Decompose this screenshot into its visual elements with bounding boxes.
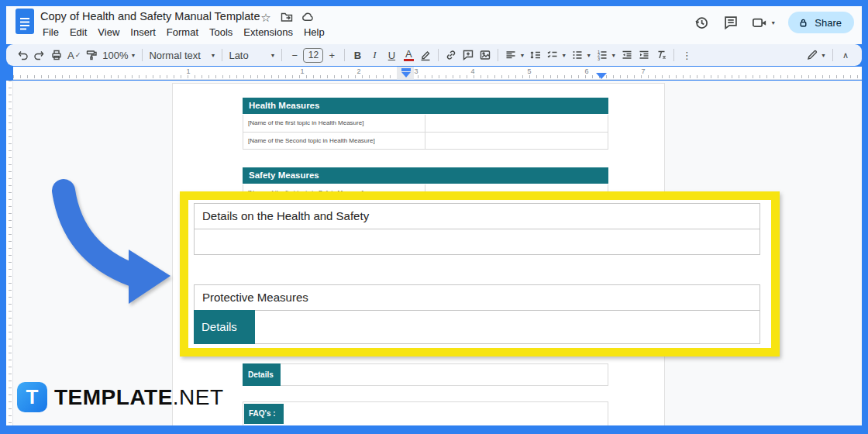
screenshot-frame xyxy=(0,0,6,434)
google-docs-logo-icon[interactable] xyxy=(16,9,34,34)
screenshot-frame xyxy=(0,0,868,6)
font-size-input[interactable]: 12 xyxy=(303,48,323,63)
star-icon[interactable]: ☆ xyxy=(259,10,273,24)
toolbar-separator xyxy=(222,49,222,61)
font-select[interactable]: Lato ▼ xyxy=(226,46,277,64)
checklist-icon xyxy=(546,49,559,61)
comments-icon[interactable] xyxy=(722,14,739,31)
callout-heading-cell[interactable]: Details on the Health and Safety xyxy=(194,203,760,229)
bulleted-list-button[interactable]: ▼ xyxy=(569,46,594,64)
underline-button[interactable]: U xyxy=(383,46,400,64)
version-history-icon[interactable] xyxy=(693,14,710,31)
add-comment-button[interactable] xyxy=(460,46,477,64)
numbered-list-button[interactable]: 123 ▼ xyxy=(594,46,618,64)
toolbar-separator xyxy=(142,49,143,61)
toolbar-separator xyxy=(673,49,674,61)
menu-view[interactable]: View xyxy=(92,25,125,40)
faq-section-row[interactable]: FAQ's : xyxy=(243,401,608,428)
move-to-folder-icon[interactable] xyxy=(280,10,294,24)
screenshot-frame xyxy=(862,0,868,434)
spellcheck-button[interactable]: A✓ xyxy=(65,46,83,64)
align-button[interactable]: ▼ xyxy=(502,46,527,64)
redo-icon xyxy=(33,49,46,61)
toolbar: A✓ 100% ▼ Normal text ▼ Lato ▼ − 12 + B … xyxy=(6,44,862,66)
first-line-indent-marker[interactable] xyxy=(401,68,411,71)
menu-tools[interactable]: Tools xyxy=(204,25,238,40)
bulleted-list-icon xyxy=(571,49,584,61)
details-header-cell[interactable]: Details xyxy=(194,310,255,344)
insert-link-button[interactable] xyxy=(443,46,460,64)
zoom-select[interactable]: 100% ▼ xyxy=(100,46,138,64)
vertical-ruler[interactable] xyxy=(6,81,13,425)
table-column-divider xyxy=(425,115,425,149)
ruler-number: 2 xyxy=(356,67,360,75)
chevron-down-icon: ▼ xyxy=(210,53,215,58)
decrease-font-size-button[interactable]: − xyxy=(286,46,303,64)
safety-measures-table: Safety Measures [Name of the first topic… xyxy=(243,167,608,193)
chevron-down-icon: ▼ xyxy=(611,53,616,58)
line-spacing-button[interactable] xyxy=(527,46,544,64)
print-button[interactable] xyxy=(48,46,65,64)
insert-image-button[interactable] xyxy=(477,46,494,64)
menu-format[interactable]: Format xyxy=(161,25,204,40)
increase-indent-button[interactable] xyxy=(636,46,653,64)
undo-button[interactable] xyxy=(14,46,31,64)
paint-roller-icon xyxy=(85,49,98,61)
safety-measures-header-cell[interactable]: Safety Measures xyxy=(243,167,608,184)
clear-formatting-button[interactable] xyxy=(653,46,670,64)
left-indent-marker[interactable] xyxy=(401,72,411,78)
checklist-button[interactable]: ▼ xyxy=(544,46,569,64)
table-row[interactable]: [Name of the first topic in Health Measu… xyxy=(243,115,608,132)
ruler-number: 5 xyxy=(527,67,531,75)
pencil-icon xyxy=(806,49,818,61)
chevron-down-icon: ▼ xyxy=(130,53,136,58)
faq-label-cell[interactable]: FAQ's : xyxy=(244,404,284,424)
share-button-label: Share xyxy=(815,17,842,29)
ruler-ticks xyxy=(9,81,12,425)
highlight-color-button[interactable] xyxy=(417,46,434,64)
meet-presentation-button[interactable]: ▼ xyxy=(752,15,776,30)
menu-extensions[interactable]: Extensions xyxy=(238,25,298,40)
decrease-indent-button[interactable] xyxy=(618,46,636,64)
table-row[interactable]: [Name of the Second topic in Health Meas… xyxy=(243,132,608,149)
share-button[interactable]: Share xyxy=(788,12,854,33)
ruler-number: 7 xyxy=(641,67,645,75)
text-color-button[interactable]: A xyxy=(400,46,417,64)
callout-empty-cell[interactable] xyxy=(194,229,760,255)
more-options-button[interactable]: ⋮ xyxy=(678,46,695,64)
redo-button[interactable] xyxy=(31,46,48,64)
svg-text:3: 3 xyxy=(598,57,600,61)
add-comment-icon xyxy=(462,49,474,61)
hide-menus-button[interactable]: ∧ xyxy=(837,46,854,64)
document-status-cloud-icon[interactable] xyxy=(301,10,315,24)
horizontal-ruler[interactable]: 1 1 2 3 4 5 6 7 xyxy=(13,67,862,80)
document-title[interactable]: Copy of Health and Safety Manual Templat… xyxy=(40,10,260,22)
image-icon xyxy=(479,49,491,61)
menu-edit[interactable]: Edit xyxy=(64,25,92,40)
menu-file[interactable]: File xyxy=(37,25,64,40)
callout-subheading-cell[interactable]: Protective Measures xyxy=(194,284,760,311)
details-label-cell[interactable]: Details xyxy=(243,363,281,386)
chevron-down-icon: ▼ xyxy=(586,53,591,58)
highlight-callout: Details on the Health and Safety Protect… xyxy=(180,191,780,356)
paint-format-button[interactable] xyxy=(83,46,100,64)
health-measures-header-cell[interactable]: Health Measures xyxy=(243,98,608,114)
annotation-arrow xyxy=(40,175,180,315)
details-section-row[interactable]: Details xyxy=(243,363,608,386)
menu-help[interactable]: Help xyxy=(298,25,330,40)
editing-mode-button[interactable]: ▼ xyxy=(804,46,828,64)
toolbar-separator xyxy=(498,49,498,61)
google-docs-window: Copy of Health and Safety Manual Templat… xyxy=(0,0,868,434)
chevron-down-icon: ▼ xyxy=(821,53,826,58)
template-net-wordmark: TEMPLATE.NET xyxy=(54,385,224,410)
text-color-swatch xyxy=(404,59,414,61)
menu-bar: File Edit View Insert Format Tools Exten… xyxy=(37,25,330,40)
menu-insert[interactable]: Insert xyxy=(125,25,161,40)
right-indent-marker[interactable] xyxy=(596,73,607,79)
italic-button[interactable]: I xyxy=(366,46,383,64)
increase-font-size-button[interactable]: + xyxy=(323,46,340,64)
link-icon xyxy=(445,49,457,61)
bold-button[interactable]: B xyxy=(349,46,366,64)
ruler-number: 3 xyxy=(414,67,418,75)
paragraph-style-select[interactable]: Normal text ▼ xyxy=(146,46,218,64)
